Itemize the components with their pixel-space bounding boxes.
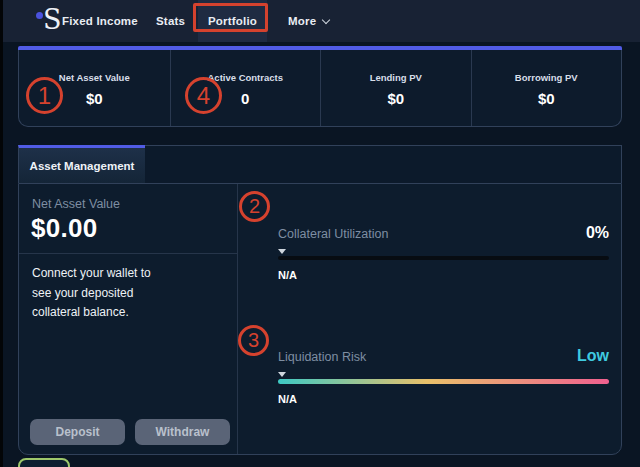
deposit-button[interactable]: Deposit xyxy=(30,419,125,445)
net-asset-value-label: Net Asset Value xyxy=(32,197,120,211)
screenshot-edge xyxy=(0,0,3,467)
collateral-utilization-value: 0% xyxy=(586,224,609,242)
collateral-utilization-section: Collateral Utilization 0% N/A xyxy=(278,224,609,281)
liquidation-risk-status: N/A xyxy=(278,393,609,405)
panel-body: Net Asset Value $0.00 Connect your walle… xyxy=(18,183,622,455)
slider-marker-icon xyxy=(278,249,286,254)
risk-metrics-column: Collateral Utilization 0% N/A Liquidatio… xyxy=(238,184,621,454)
logo-letter: S xyxy=(43,4,62,35)
net-asset-value-amount: $0.00 xyxy=(31,213,98,244)
section-divider xyxy=(19,253,237,254)
top-nav: S Fixed Income Stats Portfolio More xyxy=(0,0,640,42)
nav-item-portfolio[interactable]: Portfolio xyxy=(198,0,267,42)
nav-item-stats[interactable]: Stats xyxy=(156,0,185,42)
liquidation-risk-section: Liquidation Risk Low N/A xyxy=(278,347,609,405)
nav-item-label: Stats xyxy=(156,15,185,27)
stat-card-net-asset-value: Net Asset Value $0 xyxy=(19,50,170,126)
gauge-header: Liquidation Risk Low xyxy=(278,347,609,365)
nav-item-label: More xyxy=(288,15,316,27)
logo-dot-icon xyxy=(36,12,43,19)
nav-item-more[interactable]: More xyxy=(288,0,329,42)
wallet-message-line: see your deposited xyxy=(32,284,151,304)
connect-wallet-message: Connect your wallet to see your deposite… xyxy=(32,264,151,323)
stat-label: Net Asset Value xyxy=(59,72,130,83)
stats-bar: Net Asset Value $0 Active Contracts 0 Le… xyxy=(18,50,622,127)
stat-card-lending-pv: Lending PV $0 xyxy=(320,50,471,126)
nav-item-label: Portfolio xyxy=(208,15,257,27)
collateral-utilization-label: Collateral Utilization xyxy=(278,227,388,241)
stat-label: Lending PV xyxy=(370,72,422,83)
liquidation-risk-value: Low xyxy=(577,347,609,365)
liquidation-risk-gauge xyxy=(278,379,609,384)
portfolio-page: S Fixed Income Stats Portfolio More Net … xyxy=(0,0,640,467)
wallet-message-line: Connect your wallet to xyxy=(32,264,151,284)
slider-marker-icon xyxy=(278,372,286,377)
withdraw-button[interactable]: Withdraw xyxy=(135,419,230,445)
liquidation-risk-label: Liquidation Risk xyxy=(278,350,366,364)
nav-item-fixed-income[interactable]: Fixed Income xyxy=(62,0,138,42)
collateral-summary-column: Net Asset Value $0.00 Connect your walle… xyxy=(19,184,238,454)
stat-value: $0 xyxy=(538,90,555,107)
stat-value: 0 xyxy=(241,90,249,107)
gauge-header: Collateral Utilization 0% xyxy=(278,224,609,242)
collateral-actions: Deposit Withdraw xyxy=(30,419,230,445)
stat-label: Borrowing PV xyxy=(515,72,578,83)
tab-row xyxy=(145,145,622,183)
stat-card-borrowing-pv: Borrowing PV $0 xyxy=(471,50,622,126)
tab-asset-management[interactable]: Asset Management xyxy=(18,145,145,183)
partial-bottom-button[interactable] xyxy=(18,458,70,467)
chevron-down-icon xyxy=(322,15,330,23)
tab-label: Asset Management xyxy=(30,160,135,172)
stat-card-active-contracts: Active Contracts 0 xyxy=(170,50,321,126)
stat-value: $0 xyxy=(86,90,103,107)
collateral-utilization-bar xyxy=(278,256,609,260)
wallet-message-line: collateral balance. xyxy=(32,303,151,323)
collateral-utilization-status: N/A xyxy=(278,269,609,281)
asset-management-panel: Asset Management Net Asset Value $0.00 C… xyxy=(18,145,622,455)
stat-label: Active Contracts xyxy=(208,72,284,83)
nav-item-label: Fixed Income xyxy=(62,15,138,27)
stat-value: $0 xyxy=(387,90,404,107)
